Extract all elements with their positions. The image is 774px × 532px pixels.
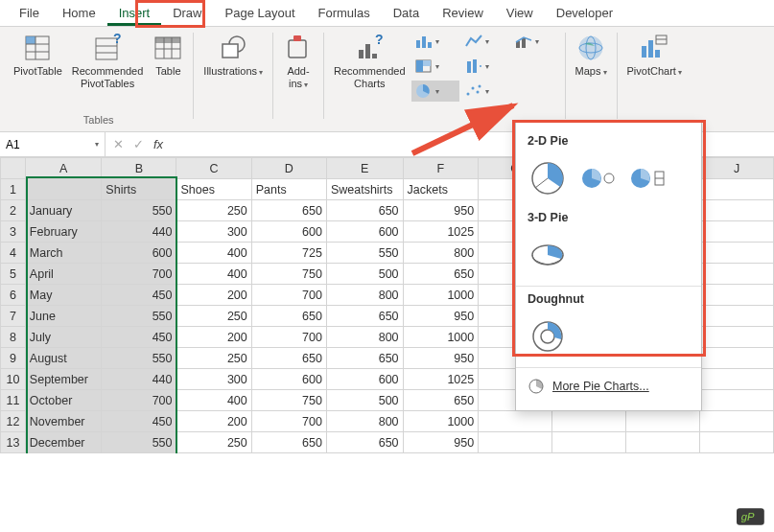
cell[interactable]: 700 — [102, 264, 176, 285]
tab-home[interactable]: Home — [51, 2, 107, 26]
statistic-chart-button[interactable]: ▾ — [461, 56, 509, 77]
cell[interactable]: Pants — [251, 179, 326, 200]
cell[interactable] — [700, 264, 774, 285]
cell[interactable]: 500 — [326, 264, 403, 285]
combo-chart-button[interactable]: ▾ — [511, 31, 559, 52]
cell[interactable]: 1000 — [403, 327, 479, 348]
row-header[interactable]: 6 — [1, 285, 26, 306]
cell[interactable]: 700 — [251, 327, 326, 348]
cell[interactable] — [479, 432, 552, 453]
cell[interactable]: October — [25, 390, 102, 411]
cell[interactable]: Jackets — [403, 179, 479, 200]
fx-icon[interactable]: fx — [153, 137, 163, 151]
cell[interactable]: March — [25, 243, 102, 264]
table-button[interactable]: Table — [149, 31, 187, 80]
cell[interactable]: 800 — [326, 285, 403, 306]
cell[interactable] — [626, 411, 700, 432]
cell[interactable]: February — [25, 221, 102, 243]
cell[interactable]: 500 — [326, 390, 403, 411]
cell[interactable] — [25, 179, 102, 200]
col-header[interactable]: B — [102, 158, 176, 179]
pie-option-exploded[interactable] — [577, 159, 618, 197]
cell[interactable]: 800 — [403, 243, 479, 264]
tab-insert[interactable]: Insert — [107, 2, 162, 26]
cell[interactable]: 600 — [102, 243, 176, 264]
tab-data[interactable]: Data — [382, 2, 431, 26]
cell[interactable]: 650 — [251, 306, 326, 327]
cell[interactable]: 440 — [102, 221, 176, 243]
row-header[interactable]: 2 — [1, 200, 26, 221]
cell[interactable]: 650 — [326, 348, 403, 369]
pivotchart-button[interactable]: PivotChart▾ — [623, 31, 686, 80]
col-header[interactable]: D — [251, 158, 326, 179]
cancel-formula-icon[interactable]: ✕ — [113, 137, 124, 151]
cell[interactable]: 1000 — [403, 411, 479, 432]
cell[interactable]: 550 — [102, 306, 176, 327]
col-header[interactable]: E — [326, 158, 403, 179]
cell[interactable]: July — [25, 327, 102, 348]
select-all-corner[interactable] — [1, 158, 26, 179]
cell[interactable]: 550 — [326, 243, 403, 264]
cell[interactable]: 650 — [251, 432, 326, 453]
cell[interactable]: 200 — [176, 411, 251, 432]
enter-formula-icon[interactable]: ✓ — [133, 137, 144, 151]
cell[interactable]: 600 — [251, 369, 326, 390]
cell[interactable]: 450 — [102, 327, 176, 348]
col-header[interactable]: F — [403, 158, 479, 179]
recommended-pivottables-button[interactable]: ? Recommended PivotTables — [68, 31, 148, 91]
row-header[interactable]: 10 — [1, 369, 26, 390]
name-box[interactable]: ▾ — [0, 132, 106, 156]
cell[interactable]: 700 — [251, 285, 326, 306]
row-header[interactable]: 4 — [1, 243, 26, 264]
cell[interactable]: 250 — [176, 200, 251, 221]
cell[interactable]: 650 — [251, 348, 326, 369]
cell[interactable] — [700, 179, 774, 200]
col-header[interactable]: J — [700, 158, 774, 179]
addins-button[interactable]: Add- ins▾ — [279, 31, 317, 91]
cell[interactable] — [700, 348, 774, 369]
row-header[interactable]: 1 — [1, 179, 26, 200]
cell[interactable] — [626, 432, 700, 453]
cell[interactable]: 400 — [176, 243, 251, 264]
cell[interactable]: 440 — [102, 369, 176, 390]
col-header[interactable]: C — [176, 158, 251, 179]
cell[interactable]: 650 — [326, 306, 403, 327]
pie-option-2d[interactable] — [528, 159, 568, 197]
cell[interactable]: 300 — [176, 369, 251, 390]
tab-review[interactable]: Review — [431, 2, 495, 26]
cell[interactable]: 1000 — [403, 285, 479, 306]
cell[interactable]: 250 — [176, 432, 251, 453]
cell[interactable] — [479, 411, 552, 432]
cell[interactable]: August — [25, 348, 102, 369]
row-header[interactable]: 3 — [1, 221, 26, 243]
cell[interactable]: Shoes — [176, 179, 251, 200]
cell[interactable] — [700, 200, 774, 221]
tab-formulas[interactable]: Formulas — [307, 2, 382, 26]
cell[interactable]: 950 — [403, 200, 479, 221]
cell[interactable] — [700, 327, 774, 348]
cell[interactable]: 950 — [403, 348, 479, 369]
cell[interactable]: 650 — [251, 200, 326, 221]
pie-option-3d[interactable] — [528, 236, 568, 274]
cell[interactable]: 800 — [326, 327, 403, 348]
cell[interactable] — [700, 411, 774, 432]
cell[interactable]: 250 — [176, 306, 251, 327]
hierarchy-chart-button[interactable]: ▾ — [411, 56, 459, 77]
cell[interactable]: 700 — [251, 411, 326, 432]
cell[interactable]: 750 — [251, 264, 326, 285]
row-header[interactable]: 9 — [1, 348, 26, 369]
cell[interactable]: 650 — [326, 200, 403, 221]
cell[interactable]: 1025 — [403, 221, 479, 243]
row-header[interactable]: 11 — [1, 390, 26, 411]
col-header[interactable]: A — [25, 158, 102, 179]
cell[interactable] — [700, 390, 774, 411]
cell[interactable] — [700, 285, 774, 306]
doughnut-option[interactable] — [528, 317, 568, 356]
cell[interactable]: 600 — [326, 221, 403, 243]
row-header[interactable]: 12 — [1, 411, 26, 432]
cell[interactable]: 450 — [102, 411, 176, 432]
cell[interactable]: 450 — [102, 285, 176, 306]
cell[interactable]: 650 — [403, 390, 479, 411]
cell[interactable]: 800 — [326, 411, 403, 432]
more-pie-charts[interactable]: More Pie Charts... — [516, 370, 701, 403]
